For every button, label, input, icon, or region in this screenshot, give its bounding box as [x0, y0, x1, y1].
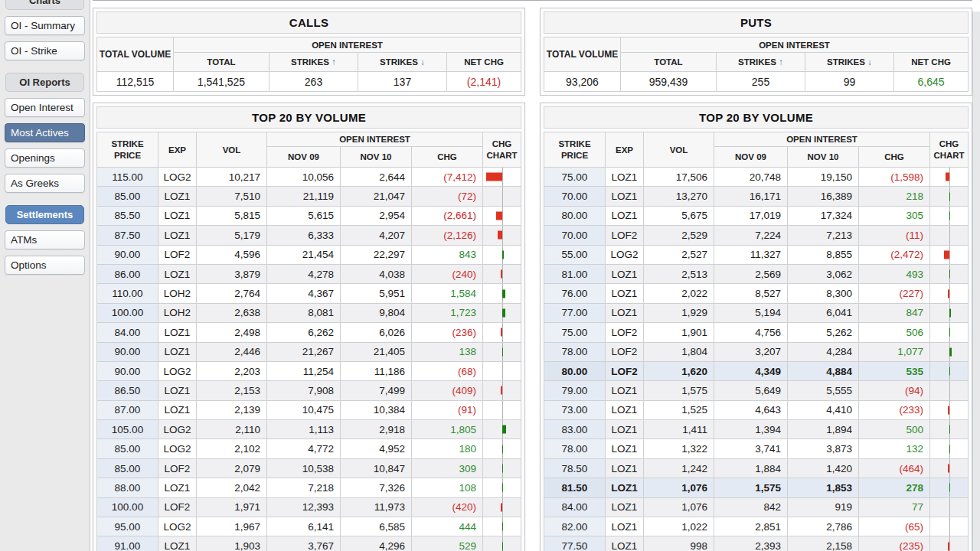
- table-row[interactable]: 78.50LOZ11,2421,8841,420(464): [544, 458, 969, 478]
- table-row[interactable]: 81.00LOZ12,5132,5693,062493: [544, 264, 969, 283]
- vol-cell: 1,076: [644, 497, 714, 517]
- table-row[interactable]: 81.50LOZ11,0761,5751,853278: [544, 478, 969, 497]
- table-row[interactable]: 105.00LOG22,1101,1132,9181,805: [97, 420, 521, 439]
- table-row[interactable]: 75.00LOZ117,50620,74819,150(1,598): [544, 168, 969, 187]
- exp-cell: LOZ1: [158, 264, 197, 283]
- table-row[interactable]: 87.00LOZ12,13910,47510,384(91): [97, 400, 521, 419]
- table-row[interactable]: 78.00LOF21,8043,2074,2841,077: [544, 342, 969, 361]
- sidebar-item-oi-strike[interactable]: OI - Strike: [5, 41, 85, 60]
- chart-axis: [502, 323, 503, 341]
- table-row[interactable]: 90.00LOZ12,44621,26721,405138: [97, 342, 521, 361]
- table-row[interactable]: 115.00LOG210,21710,0562,644(7,412): [97, 168, 521, 187]
- table-row[interactable]: 82.00LOZ11,0222,8512,786(65): [544, 517, 969, 536]
- table-row[interactable]: 55.00LOG22,52711,3278,855(2,472): [544, 245, 969, 264]
- table-row[interactable]: 80.00LOZ15,67517,01917,324305: [544, 206, 969, 225]
- sidebar-item-most-actives[interactable]: Most Actives: [5, 123, 85, 142]
- table-row[interactable]: 87.50LOZ15,1796,3334,207(2,126): [97, 226, 521, 245]
- table-row[interactable]: 90.00LOF24,59621,45422,297843: [97, 245, 521, 264]
- table-row[interactable]: 79.00LOZ11,5755,6495,555(94): [544, 381, 969, 400]
- sidebar-section-header-charts: Charts: [5, 0, 84, 10]
- sidebar-item-options[interactable]: Options: [5, 256, 85, 275]
- table-row[interactable]: 110.00LOH22,7644,3675,9511,584: [97, 284, 521, 303]
- chg-cell: (7,412): [412, 168, 483, 187]
- strike-price-cell: 80.00: [544, 206, 606, 225]
- chg-chart-cell: [483, 323, 521, 342]
- exp-cell: LOZ1: [606, 381, 644, 400]
- table-row[interactable]: 100.00LOF21,97112,39311,973(420): [97, 497, 521, 517]
- sidebar-item-openings[interactable]: Openings: [5, 148, 85, 168]
- table-row[interactable]: 90.00LOG22,20311,25411,186(68): [97, 361, 521, 380]
- table-row[interactable]: 78.00LOZ11,3223,7413,873132: [544, 439, 969, 458]
- total-volume-header: TOTAL VOLUME: [97, 37, 174, 72]
- exp-cell: LOZ1: [606, 497, 644, 517]
- chg-bar-positive: [502, 347, 504, 356]
- table-row[interactable]: 84.00LOZ11,07684291977: [544, 497, 969, 517]
- table-row[interactable]: 80.00LOF21,6204,3494,884535: [544, 361, 969, 380]
- calls-oi-total-value: 1,541,525: [174, 72, 270, 92]
- table-row[interactable]: 84.00LOZ12,4986,2626,026(236): [97, 323, 521, 342]
- exp-cell: LOF2: [606, 226, 644, 245]
- chg-cell: (236): [412, 323, 483, 342]
- chart-axis: [949, 517, 950, 536]
- vol-cell: 998: [644, 536, 714, 551]
- puts-top20-table: STRIKE PRICE EXP VOL OPEN INTEREST CHG C…: [544, 132, 969, 551]
- table-row[interactable]: 95.00LOG21,9676,1416,585444: [97, 517, 521, 536]
- oi-nov09-cell: 1,394: [714, 420, 788, 439]
- chg-bar-positive: [949, 367, 951, 376]
- exp-cell: LOG2: [606, 245, 644, 264]
- chg-chart-cell: [483, 168, 521, 187]
- table-row[interactable]: 83.00LOZ11,4111,3941,894500: [544, 420, 969, 439]
- strike-price-cell: 75.00: [544, 168, 606, 187]
- table-row[interactable]: 86.50LOZ12,1537,9087,499(409): [97, 381, 521, 400]
- sidebar-item-oi-summary[interactable]: OI - Summary: [5, 16, 85, 35]
- strike-price-cell: 88.00: [97, 478, 158, 497]
- sidebar-section-header-oi-reports: OI Reports: [5, 73, 84, 92]
- sidebar-item-open-interest[interactable]: Open Interest: [5, 98, 85, 117]
- exp-cell: LOF2: [158, 497, 197, 517]
- chart-axis: [949, 284, 950, 302]
- puts-top20-panel: TOP 20 BY VOLUME STRIKE PRICE EXP VOL OP…: [540, 103, 972, 551]
- sidebar-item-atms[interactable]: ATMs: [5, 230, 85, 249]
- oi-nov10-cell: 4,410: [788, 400, 859, 419]
- table-row[interactable]: 73.00LOZ11,5254,6434,410(233): [544, 400, 969, 419]
- vol-cell: 2,079: [197, 458, 267, 478]
- table-row[interactable]: 70.00LOF22,5297,2247,213(11): [544, 226, 969, 245]
- net-chg-header: NET CHG: [894, 53, 969, 72]
- table-row[interactable]: 100.00LOH22,6388,0819,8041,723: [97, 303, 521, 322]
- strike-price-cell: 85.00: [97, 439, 158, 458]
- table-row[interactable]: 85.00LOF22,07910,53810,847309: [97, 458, 521, 478]
- table-row[interactable]: 75.00LOF21,9014,7565,262506: [544, 323, 969, 342]
- vol-cell: 5,675: [644, 206, 714, 225]
- oi-nov10-cell: 5,555: [788, 381, 859, 400]
- table-row[interactable]: 76.00LOZ12,0228,5278,300(227): [544, 284, 969, 303]
- table-row[interactable]: 88.00LOZ12,0427,2187,326108: [97, 478, 521, 497]
- oi-nov09-cell: 6,262: [267, 323, 341, 342]
- table-row[interactable]: 77.50LOZ19982,3932,158(235): [544, 536, 969, 551]
- chg-cell: 108: [412, 478, 483, 497]
- puts-top20-body: 75.00LOZ117,50620,74819,150(1,598)70.00L…: [544, 168, 969, 551]
- table-row[interactable]: 86.00LOZ13,8794,2784,038(240): [97, 264, 521, 283]
- open-interest-header: OPEN INTEREST: [621, 37, 969, 53]
- vol-cell: 7,510: [197, 187, 267, 206]
- oi-nov09-cell: 1,575: [714, 478, 788, 497]
- table-row[interactable]: 85.00LOZ17,51021,11921,047(72): [97, 187, 521, 206]
- table-row[interactable]: 85.00LOG22,1024,7724,952180: [97, 439, 521, 458]
- table-row[interactable]: 85.50LOZ15,8155,6152,954(2,661): [97, 206, 521, 225]
- exp-cell: LOZ1: [606, 400, 644, 419]
- oi-nov10-cell: 4,296: [341, 536, 412, 551]
- exp-cell: LOG2: [158, 439, 197, 458]
- table-row[interactable]: 91.00LOZ11,9033,7674,296529: [97, 536, 521, 551]
- table-row[interactable]: 77.00LOZ11,9295,1946,041847: [544, 303, 969, 322]
- strike-price-cell: 70.00: [544, 187, 606, 206]
- oi-nov09-cell: 10,056: [267, 168, 341, 187]
- chg-cell: 506: [859, 323, 930, 342]
- chart-axis: [502, 168, 503, 186]
- strike-price-header: STRIKE PRICE: [544, 132, 606, 168]
- vol-cell: 1,620: [644, 361, 714, 380]
- strike-price-cell: 78.00: [544, 342, 606, 361]
- chg-bar-positive: [949, 484, 951, 492]
- chg-chart-header: CHG CHART: [930, 132, 969, 168]
- strike-price-cell: 81.00: [544, 264, 606, 283]
- sidebar-item-as-greeks[interactable]: As Greeks: [5, 174, 85, 193]
- table-row[interactable]: 70.00LOZ113,27016,17116,389218: [544, 187, 969, 206]
